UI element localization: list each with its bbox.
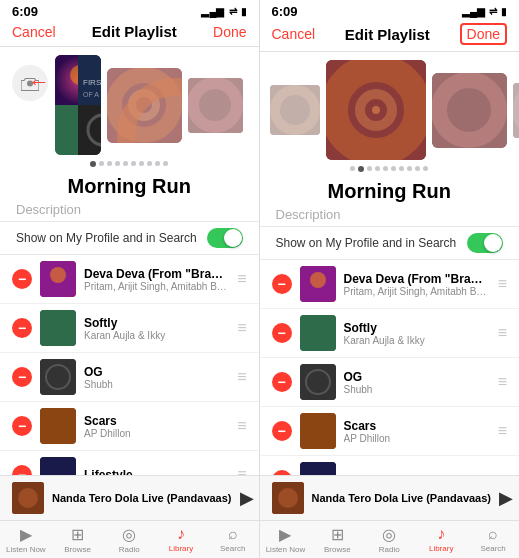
drag-handle-1-left[interactable]: ≡ <box>237 270 246 288</box>
right-panel: 6:09 ▂▄▆ ⇌ ▮ Cancel Edit Playlist Done <box>260 0 520 558</box>
dot-6-right[interactable] <box>399 166 404 171</box>
drag-handle-5-left[interactable]: ≡ <box>237 466 246 475</box>
side-album-1-left[interactable] <box>107 68 182 143</box>
track-title-4-right: Scars <box>344 419 490 433</box>
track-info-3-right: OG Shubh <box>344 370 490 395</box>
track-list-right: − Deva Deva (From "Brahmastra") Pritam, … <box>260 260 520 475</box>
profile-toggle-left[interactable] <box>207 228 243 248</box>
svg-rect-19 <box>40 457 76 475</box>
done-button-right[interactable]: Done <box>460 23 507 45</box>
library-icon-left: ♪ <box>177 525 185 543</box>
carousel-arrow-left[interactable]: ← <box>28 69 50 95</box>
tab-browse-right[interactable]: ⊞ Browse <box>311 525 363 554</box>
remove-track-2-right[interactable]: − <box>272 323 292 343</box>
dot-5-right[interactable] <box>391 166 396 171</box>
tab-radio-left[interactable]: ◎ Radio <box>103 525 155 554</box>
svg-point-14 <box>50 267 66 283</box>
remove-track-1-left[interactable]: − <box>12 269 32 289</box>
toggle-row-right: Show on My Profile and in Search <box>260 226 520 260</box>
nav-title-left: Edit Playlist <box>92 23 177 40</box>
tab-search-right[interactable]: ⌕ Search <box>467 525 519 554</box>
track-thumb-1-left <box>40 261 76 297</box>
tab-library-right[interactable]: ♪ Library <box>415 525 467 554</box>
description-field-right[interactable]: Description <box>260 205 520 226</box>
dot-3-left[interactable] <box>115 161 120 166</box>
track-title-3-left: OG <box>84 365 229 379</box>
carousel-section-right <box>260 52 520 176</box>
tab-listen-now-right[interactable]: ▶ Listen Now <box>260 525 312 554</box>
drag-handle-1-right[interactable]: ≡ <box>498 275 507 293</box>
remove-track-3-left[interactable]: − <box>12 367 32 387</box>
tab-listen-now-left[interactable]: ▶ Listen Now <box>0 525 52 554</box>
remove-track-5-left[interactable]: − <box>12 465 32 475</box>
tab-radio-right[interactable]: ◎ Radio <box>363 525 415 554</box>
track-thumb-2-left <box>40 310 76 346</box>
drag-handle-3-left[interactable]: ≡ <box>237 368 246 386</box>
track-item-3-left: − OG Shubh ≡ <box>0 353 259 402</box>
side-album-2-left[interactable] <box>188 78 243 133</box>
side-album-far-right[interactable] <box>270 85 320 135</box>
track-artist-1-right: Pritam, Arijit Singh, Amitabh Bhattachar… <box>344 286 490 297</box>
track-info-1-left: Deva Deva (From "Brahmastra") Pritam, Ar… <box>84 267 229 292</box>
done-button-left[interactable]: Done <box>213 24 246 40</box>
dot-4-right[interactable] <box>383 166 388 171</box>
drag-handle-2-right[interactable]: ≡ <box>498 324 507 342</box>
svg-point-21 <box>18 488 38 508</box>
status-time-left: 6:09 <box>12 4 38 19</box>
remove-track-4-left[interactable]: − <box>12 416 32 436</box>
np-controls-left: ▶ ⏭ <box>240 487 260 509</box>
remove-track-3-right[interactable]: − <box>272 372 292 392</box>
track-artist-3-left: Shubh <box>84 379 229 390</box>
play-button-left[interactable]: ▶ <box>240 487 254 509</box>
track-info-2-left: Softly Karan Aujla & Ikky <box>84 316 229 341</box>
tab-browse-left[interactable]: ⊞ Browse <box>52 525 104 554</box>
drag-handle-4-left[interactable]: ≡ <box>237 417 246 435</box>
dot-8-left[interactable] <box>155 161 160 166</box>
battery-icon-right: ▮ <box>501 6 507 17</box>
cancel-button-right[interactable]: Cancel <box>272 26 316 42</box>
dot-2-left[interactable] <box>107 161 112 166</box>
dot-7-left[interactable] <box>147 161 152 166</box>
dot-8-right[interactable] <box>415 166 420 171</box>
svg-text:FIRST: FIRST <box>83 78 101 87</box>
dot-6-left[interactable] <box>139 161 144 166</box>
cancel-button-left[interactable]: Cancel <box>12 24 56 40</box>
remove-track-1-right[interactable]: − <box>272 274 292 294</box>
main-album-art-right[interactable] <box>326 60 426 160</box>
dot-7-right[interactable] <box>407 166 412 171</box>
radio-label-right: Radio <box>379 545 400 554</box>
dot-0-right[interactable] <box>350 166 355 171</box>
dot-5-left[interactable] <box>131 161 136 166</box>
profile-toggle-right[interactable] <box>467 233 503 253</box>
drag-handle-4-right[interactable]: ≡ <box>498 422 507 440</box>
tab-library-left[interactable]: ♪ Library <box>155 525 207 554</box>
svg-point-33 <box>310 272 326 288</box>
main-album-art-left[interactable]: FIRST OF A KIND <box>55 55 101 155</box>
tab-search-left[interactable]: ⌕ Search <box>207 525 259 554</box>
remove-track-2-left[interactable]: − <box>12 318 32 338</box>
dot-4-left[interactable] <box>123 161 128 166</box>
play-button-right[interactable]: ▶ <box>499 487 513 509</box>
dot-0-left[interactable] <box>90 161 96 167</box>
track-artist-3-right: Shubh <box>344 384 490 395</box>
track-artist-1-left: Pritam, Arijit Singh, Amitabh Bhattachar… <box>84 281 229 292</box>
drag-handle-2-left[interactable]: ≡ <box>237 319 246 337</box>
description-field-left[interactable]: Description <box>0 200 259 221</box>
drag-handle-3-right[interactable]: ≡ <box>498 373 507 391</box>
track-title-2-right: Softly <box>344 321 490 335</box>
dot-9-right[interactable] <box>423 166 428 171</box>
side-album-1-right[interactable] <box>432 73 507 148</box>
dot-2-right[interactable] <box>367 166 372 171</box>
track-item-1-right: − Deva Deva (From "Brahmastra") Pritam, … <box>260 260 520 309</box>
side-album-2-right[interactable] <box>513 83 520 138</box>
dot-1-left[interactable] <box>99 161 104 166</box>
dot-1-right[interactable] <box>358 166 364 172</box>
toggle-label-right: Show on My Profile and in Search <box>276 236 457 250</box>
dot-9-left[interactable] <box>163 161 168 166</box>
signal-icon-right: ▂▄▆ <box>462 6 485 17</box>
remove-track-4-right[interactable]: − <box>272 421 292 441</box>
search-label-right: Search <box>480 544 505 553</box>
dot-3-right[interactable] <box>375 166 380 171</box>
status-icons-right: ▂▄▆ ⇌ ▮ <box>462 6 507 17</box>
track-thumb-5-left <box>40 457 76 475</box>
